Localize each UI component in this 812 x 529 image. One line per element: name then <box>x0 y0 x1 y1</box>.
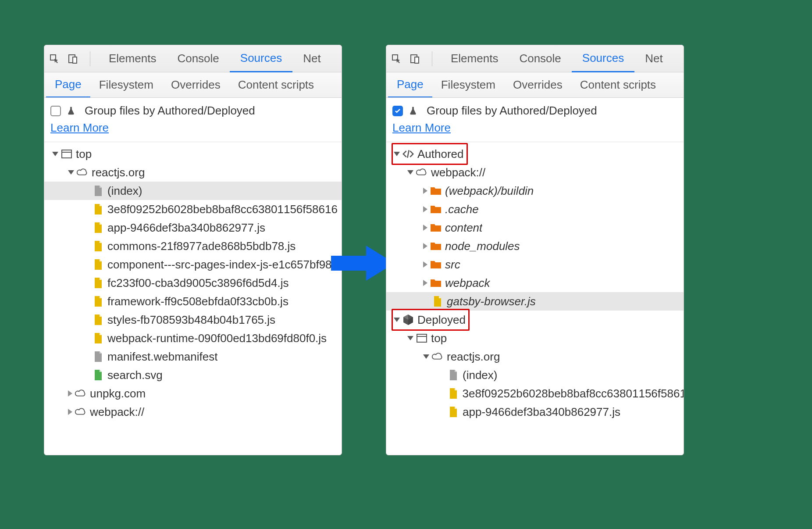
folder-icon <box>430 204 442 215</box>
tree-row[interactable]: content <box>386 218 684 237</box>
tree-row[interactable]: manifest.webmanifest <box>44 347 342 366</box>
tree-row[interactable]: component---src-pages-index-js-e1c657bf9… <box>44 255 342 274</box>
toolbar-divider <box>90 51 90 66</box>
tree-label: app-9466def3ba340b862977.js <box>463 403 620 421</box>
tree-row[interactable]: top <box>386 329 684 347</box>
folder-icon <box>430 259 442 270</box>
disclosure-right-icon[interactable] <box>68 390 72 397</box>
device-toggle-icon[interactable] <box>409 53 420 64</box>
tree-label: webpack:// <box>90 403 144 421</box>
disclosure-right-icon[interactable] <box>423 188 427 194</box>
tree-row[interactable]: .cache <box>386 200 684 218</box>
tree-row[interactable]: webpack:// <box>386 163 684 182</box>
tab-elements[interactable]: Elements <box>440 45 509 72</box>
tree-label: webpack-runtime-090f00ed13bd69fd80f0.js <box>107 329 327 347</box>
file-tree[interactable]: topreactjs.org(index)3e8f09252b6028beb8b… <box>44 142 342 425</box>
tab-console[interactable]: Console <box>509 45 571 72</box>
tree-label: src <box>445 256 460 273</box>
tree-row[interactable]: reactjs.org <box>44 163 342 182</box>
inspect-icon[interactable] <box>49 53 60 64</box>
tree-label: 3e8f09252b6028beb8baf8cc63801156f5861 <box>462 385 684 402</box>
subtab-filesystem[interactable]: Filesystem <box>90 72 162 98</box>
tree-row[interactable]: reactjs.org <box>386 347 684 366</box>
group-checkbox[interactable] <box>392 106 403 116</box>
disclosure-down-icon[interactable] <box>394 152 400 156</box>
tree-row[interactable]: 3e8f09252b6028beb8baf8cc63801156f5861 <box>386 384 684 403</box>
tree-row[interactable]: Deployed <box>386 311 684 329</box>
learn-more-link[interactable]: Learn More <box>392 121 451 134</box>
disclosure-down-icon[interactable] <box>52 152 58 156</box>
disclosure-down-icon[interactable] <box>407 170 413 175</box>
main-tabs: Elements Console Sources Net <box>440 45 680 72</box>
disclosure-down-icon[interactable] <box>407 336 413 340</box>
learn-more-link[interactable]: Learn More <box>50 121 109 134</box>
subtab-content-scripts[interactable]: Content scripts <box>571 72 665 98</box>
tab-network[interactable]: Net <box>292 45 331 72</box>
tree-label: Deployed <box>417 311 466 329</box>
folder-icon <box>430 222 442 233</box>
subtab-overrides[interactable]: Overrides <box>504 72 571 98</box>
file-gray-icon <box>93 351 104 362</box>
tab-network[interactable]: Net <box>634 45 673 72</box>
tree-label: fc233f00-cba3d9005c3896f6d5d4.js <box>107 274 288 292</box>
tree-row[interactable]: framework-ff9c508ebfda0f33cb0b.js <box>44 292 342 311</box>
tree-row[interactable]: commons-21f8977ade868b5bdb78.js <box>44 237 342 255</box>
tree-label: app-9466def3ba340b862977.js <box>107 219 265 236</box>
folder-icon <box>430 277 442 289</box>
tree-row[interactable]: styles-fb708593b484b04b1765.js <box>44 311 342 329</box>
sources-subtabs: Page Filesystem Overrides Content script… <box>44 72 342 98</box>
tree-row[interactable]: app-9466def3ba340b862977.js <box>44 218 342 237</box>
tree-row[interactable]: (index) <box>44 182 342 200</box>
subtab-page[interactable]: Page <box>388 72 432 98</box>
file-green-icon <box>93 369 104 381</box>
file-yellow-icon <box>448 388 459 399</box>
tree-label: top <box>431 329 447 347</box>
subtab-filesystem[interactable]: Filesystem <box>432 72 504 98</box>
file-yellow-icon <box>448 406 459 418</box>
tree-label: (webpack)/buildin <box>445 182 534 200</box>
tab-sources[interactable]: Sources <box>230 45 292 72</box>
group-checkbox[interactable] <box>50 106 61 116</box>
disclosure-down-icon[interactable] <box>68 170 74 175</box>
tree-row[interactable]: webpack-runtime-090f00ed13bd69fd80f0.js <box>44 329 342 347</box>
tree-row[interactable]: fc233f00-cba3d9005c3896f6d5d4.js <box>44 274 342 292</box>
group-label: Group files by Authored/Deployed <box>427 102 597 119</box>
tree-row[interactable]: node_modules <box>386 237 684 255</box>
file-tree[interactable]: Authoredwebpack://(webpack)/buildin.cach… <box>386 142 684 425</box>
tree-row[interactable]: top <box>44 145 342 163</box>
tree-label: .cache <box>445 200 479 218</box>
tree-row[interactable]: search.svg <box>44 366 342 384</box>
disclosure-right-icon[interactable] <box>68 409 72 415</box>
tree-label: webpack <box>445 274 490 292</box>
tab-elements[interactable]: Elements <box>98 45 167 72</box>
tree-row[interactable]: unpkg.com <box>44 384 342 403</box>
file-yellow-icon <box>93 222 104 233</box>
tree-row[interactable]: webpack:// <box>44 403 342 421</box>
tree-row[interactable]: gatsby-browser.js <box>386 292 684 311</box>
tab-sources[interactable]: Sources <box>572 45 634 72</box>
cloud-icon <box>75 388 86 399</box>
disclosure-down-icon[interactable] <box>423 354 429 359</box>
tree-row[interactable]: src <box>386 255 684 274</box>
file-yellow-icon <box>93 314 104 325</box>
disclosure-right-icon[interactable] <box>423 280 427 286</box>
tree-row[interactable]: 3e8f09252b6028beb8baf8cc63801156f58616 <box>44 200 342 218</box>
disclosure-right-icon[interactable] <box>423 206 427 212</box>
disclosure-right-icon[interactable] <box>423 261 427 268</box>
inspect-icon[interactable] <box>391 53 402 64</box>
subtab-overrides[interactable]: Overrides <box>162 72 229 98</box>
disclosure-down-icon[interactable] <box>394 318 400 322</box>
disclosure-right-icon[interactable] <box>423 243 427 249</box>
tree-label: manifest.webmanifest <box>107 348 217 365</box>
disclosure-right-icon[interactable] <box>423 225 427 231</box>
subtab-page[interactable]: Page <box>46 72 90 98</box>
subtab-content-scripts[interactable]: Content scripts <box>229 72 323 98</box>
tree-row[interactable]: (webpack)/buildin <box>386 182 684 200</box>
tree-row[interactable]: app-9466def3ba340b862977.js <box>386 403 684 421</box>
tab-console[interactable]: Console <box>167 45 229 72</box>
device-toggle-icon[interactable] <box>67 53 78 64</box>
tree-row[interactable]: Authored <box>386 145 684 163</box>
tree-row[interactable]: (index) <box>386 366 684 384</box>
file-yellow-icon <box>93 277 104 289</box>
tree-row[interactable]: webpack <box>386 274 684 292</box>
